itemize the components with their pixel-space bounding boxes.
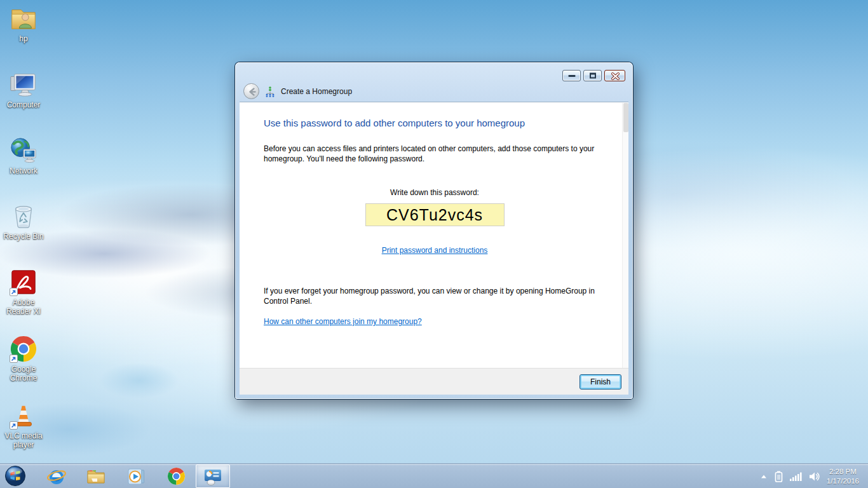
back-button[interactable] [243, 83, 259, 99]
wizard-content: Use this password to add other computers… [240, 102, 628, 368]
desktop-icon-computer[interactable]: Computer [1, 70, 46, 109]
window-title: Create a Homegroup [281, 87, 352, 96]
media-player-icon [126, 466, 146, 487]
close-button[interactable] [604, 70, 625, 81]
wizard-footer: Finish [240, 368, 628, 395]
computer-icon [9, 70, 38, 99]
desktop-icon-label: hp [1, 34, 46, 43]
taskbar-homegroup-window-active[interactable] [196, 464, 230, 488]
finish-button[interactable]: Finish [580, 374, 621, 390]
folder-icon [86, 466, 106, 487]
tray-show-hidden-icon[interactable] [759, 472, 768, 481]
desktop-icon-hp[interactable]: hp [1, 4, 46, 43]
desktop-icon-label: Recycle Bin [1, 232, 46, 241]
close-icon [605, 71, 626, 82]
control-panel-icon [203, 466, 223, 487]
recycle-bin-icon [9, 201, 38, 231]
desktop-icon-chrome[interactable]: Google Chrome [1, 334, 46, 383]
back-arrow-icon [244, 84, 260, 100]
chrome-icon [9, 334, 38, 363]
chrome-icon [166, 466, 186, 486]
battery-icon[interactable] [774, 470, 783, 483]
start-button[interactable] [4, 465, 26, 487]
minimize-icon [568, 75, 575, 77]
desktop-icon-network[interactable]: Network [1, 136, 46, 175]
taskbar: 2:28 PM 1/17/2016 [0, 463, 868, 488]
vlc-cone-icon [9, 401, 38, 430]
tray-date: 1/17/2016 [827, 477, 859, 486]
taskbar-internet-explorer[interactable] [39, 464, 74, 488]
desktop-icon-label: Google Chrome [1, 365, 46, 383]
maximize-icon [590, 73, 596, 79]
scrollbar[interactable] [622, 103, 628, 369]
tray-clock[interactable]: 2:28 PM 1/17/2016 [827, 467, 859, 486]
system-tray: 2:28 PM 1/17/2016 [759, 464, 868, 488]
taskbar-windows-explorer[interactable] [79, 464, 113, 488]
volume-icon[interactable] [808, 470, 821, 483]
desktop-icon-recycle-bin[interactable]: Recycle Bin [1, 201, 46, 241]
window-caption-buttons [562, 70, 625, 81]
tray-time: 2:28 PM [827, 467, 859, 477]
homegroup-icon [264, 86, 276, 97]
homegroup-password-value: CV6Tu2vc4s [365, 203, 505, 226]
desktop-icon-label: Adobe Reader XI [1, 298, 46, 316]
desktop-icon-label: Computer [1, 100, 46, 109]
page-title: Use this password to add other computers… [264, 118, 606, 128]
password-label: Write down this password: [264, 188, 606, 197]
adobe-reader-icon [9, 268, 38, 297]
desktop-icon-adobe-reader[interactable]: Adobe Reader XI [1, 268, 46, 316]
maximize-button[interactable] [583, 70, 602, 81]
network-signal-icon[interactable] [789, 470, 803, 483]
desktop-icon-label: Network [1, 166, 46, 175]
desktop-icon-label: VLC media player [1, 431, 46, 449]
desktop: hp Computer [0, 0, 868, 488]
shortcut-arrow-icon [10, 355, 18, 363]
homegroup-wizard-window: Create a Homegroup Use this password to … [235, 62, 633, 399]
intro-text: Before you can access files and printers… [264, 144, 603, 164]
internet-explorer-icon [46, 466, 67, 487]
shortcut-arrow-icon [10, 421, 18, 430]
shortcut-arrow-icon [10, 288, 18, 296]
minimize-button[interactable] [562, 70, 581, 81]
password-section: Write down this password: CV6Tu2vc4s Pri… [264, 188, 606, 255]
user-folder-icon [9, 4, 38, 33]
join-homegroup-help-link[interactable]: How can other computers join my homegrou… [264, 317, 422, 326]
print-password-link[interactable]: Print password and instructions [382, 246, 488, 255]
scrollbar-thumb[interactable] [623, 103, 628, 132]
taskbar-chrome[interactable] [159, 464, 193, 488]
wizard-nav-row: Create a Homegroup [243, 83, 352, 99]
desktop-icon-vlc[interactable]: VLC media player [1, 401, 46, 449]
taskbar-media-player[interactable] [119, 464, 153, 488]
forget-password-text: If you ever forget your homegroup passwo… [264, 286, 603, 306]
network-icon [9, 136, 38, 165]
